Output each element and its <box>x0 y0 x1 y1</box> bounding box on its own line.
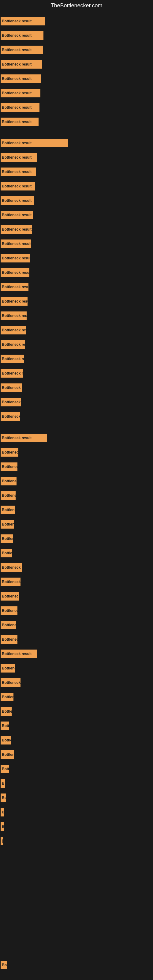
bar-label: Bottleneck result <box>2 62 32 67</box>
chart-area: Bottleneck resultBottleneck resultBottle… <box>0 11 153 976</box>
bar-label: Bottleneck result <box>2 385 22 390</box>
bar-label: Bottleneck result <box>2 493 16 498</box>
bar-label: B <box>2 810 4 814</box>
bar-label: Bottleneck result <box>2 76 32 81</box>
bar: Bottleneck result <box>1 60 42 68</box>
bar-label: Bottleneck result <box>2 105 32 110</box>
bar: Bottleneck result <box>1 89 40 97</box>
bar: Bottleneck result <box>1 340 25 349</box>
bar: B <box>1 808 4 816</box>
bar: Bottleneck result <box>1 268 29 277</box>
bar: Bottle <box>1 707 12 716</box>
bar-label: Bottleneck result <box>2 652 32 656</box>
bar-label: Bottleneck result <box>2 400 21 404</box>
bar-label: Bottleneck result <box>2 256 30 260</box>
bar-label: Bottleneck result <box>2 199 32 203</box>
bar: Bott <box>1 765 9 773</box>
bar: Bottleneck result <box>1 369 23 378</box>
bar-label: B <box>2 781 5 786</box>
bar-label: Bottleneck result <box>2 227 32 232</box>
bar-label: Bottleneck result <box>2 342 25 347</box>
bar-label: Bottleneck r <box>2 623 16 627</box>
bar-label: Bottle <box>2 709 12 714</box>
bar: Bottleneck result <box>1 103 40 112</box>
bar-label: Bottle <box>2 738 11 742</box>
bar-label: Bottleneck result <box>2 536 13 541</box>
bar: Bottleneck re <box>1 635 18 644</box>
bar: Bottleneck result <box>1 578 21 586</box>
bar: Bottleneck result <box>1 167 36 176</box>
bar: Bottleneck result <box>1 491 16 500</box>
bar-label: Bottleneck result <box>2 436 32 440</box>
bar-label: Bottleneck result <box>2 357 24 361</box>
bar-label: Bottleneck result <box>2 270 29 275</box>
bar-label: Bottleneck result <box>2 155 32 159</box>
bar: Bottleneck result <box>1 46 43 54</box>
bar-label: Bottleneck result <box>2 551 12 555</box>
bar: Bottleneck result <box>1 254 30 262</box>
bar: Bott <box>1 722 9 730</box>
bar-label: Bottleneck result <box>2 242 31 246</box>
bar: Bottleneck result <box>1 297 27 305</box>
bar: Bottleneck result <box>1 434 47 442</box>
bar-label: Bottleneck result <box>2 594 19 598</box>
bar: Bottleneck result <box>1 139 68 147</box>
site-title: TheBottlenecker.com <box>0 0 153 11</box>
bar-label: Bottleneck resu <box>2 681 21 685</box>
bar: Bottleneck result <box>1 549 12 557</box>
bar-label: Bottleneck result <box>2 170 32 174</box>
bar: Bottleneck result <box>1 31 43 40</box>
bar: Bottleneck result <box>1 649 37 658</box>
bar: Bottleneck result <box>1 17 45 25</box>
bar-label: Bottleneck result <box>2 508 15 512</box>
bar-label: Bottleneck result <box>2 184 32 188</box>
bar: Bo <box>1 794 6 802</box>
bar: B <box>1 779 5 788</box>
bar-label: B <box>2 824 4 829</box>
bar-label: Bottlenec <box>2 752 14 757</box>
bar-label: Bottleneck result <box>2 328 26 332</box>
bar-label: Bottleneck result <box>2 565 22 570</box>
bar: Bottleneck result <box>1 118 38 126</box>
bar-label: Bottleneck r <box>2 666 15 670</box>
bar-label: Bottleneck result <box>2 91 32 95</box>
bar-label: Bo <box>2 795 6 800</box>
bar-label: Bottlene <box>2 695 13 699</box>
bar-label: Bottleneck result <box>2 19 32 23</box>
bar: Bottleneck result <box>1 477 16 485</box>
bar: | <box>1 837 3 845</box>
bar: Bottleneck result <box>1 383 22 392</box>
bar: Bottleneck result <box>1 563 22 572</box>
bar-label: Bottleneck result <box>2 299 27 304</box>
bar: Bottlenec <box>1 750 14 759</box>
bar: Bottleneck result <box>1 535 13 543</box>
bar: Bo <box>1 961 7 969</box>
bar: Bottleneck result <box>1 182 35 191</box>
bar-label: Bottleneck result <box>2 285 29 289</box>
bar: Bottleneck result <box>1 506 15 514</box>
bar: B <box>1 822 4 831</box>
bar: Bottleneck result <box>1 355 24 363</box>
bar-label: Bottleneck result <box>2 450 18 455</box>
bar: Bottleneck resu <box>1 678 21 687</box>
bar-label: Bottleneck result <box>2 522 14 527</box>
bar: Bottleneck result <box>1 75 41 83</box>
bar-label: Bottleneck result <box>2 371 23 375</box>
bar: Bottleneck result <box>1 225 32 234</box>
bar: Bottleneck result <box>1 398 21 406</box>
bar: Bottleneck r <box>1 664 15 673</box>
bar-label: Bottleneck result <box>2 580 21 584</box>
bar: Bottleneck result <box>1 312 27 320</box>
bar: Bottleneck result <box>1 448 18 457</box>
bar-label: Bottleneck result <box>2 120 32 124</box>
bar-label: Bottleneck re <box>2 637 18 641</box>
bar-label: Bottleneck result <box>2 33 32 38</box>
bar: Bottleneck result <box>1 520 14 528</box>
bar: Bottleneck result <box>1 283 29 291</box>
bar: Bottleneck result <box>1 211 33 219</box>
bar-label: Bottleneck result <box>2 313 27 318</box>
bar-label: Bottleneck result <box>2 414 20 418</box>
bar: Bottleneck result <box>1 592 19 601</box>
bar: Bottleneck result <box>1 153 37 162</box>
bar-label: Bott <box>2 724 9 728</box>
